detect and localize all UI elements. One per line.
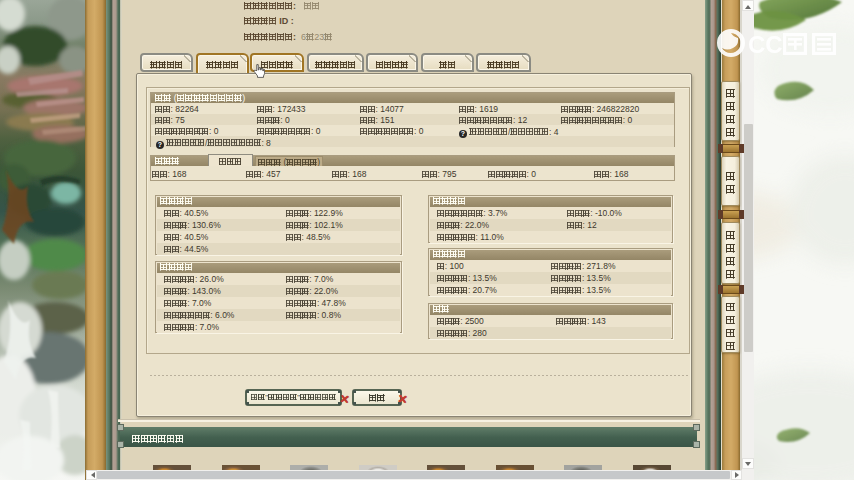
svg-text:CC: CC [748, 31, 783, 58]
